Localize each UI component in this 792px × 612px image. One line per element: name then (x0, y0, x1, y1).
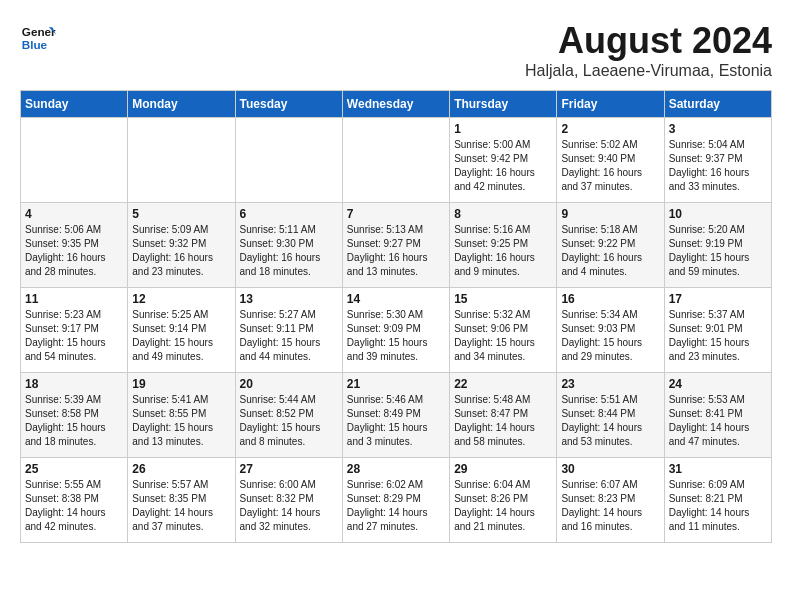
day-info: Sunrise: 5:32 AM Sunset: 9:06 PM Dayligh… (454, 308, 552, 364)
calendar-cell: 8Sunrise: 5:16 AM Sunset: 9:25 PM Daylig… (450, 203, 557, 288)
title-area: August 2024 Haljala, Laeaene-Virumaa, Es… (525, 20, 772, 80)
day-info: Sunrise: 5:44 AM Sunset: 8:52 PM Dayligh… (240, 393, 338, 449)
day-info: Sunrise: 5:39 AM Sunset: 8:58 PM Dayligh… (25, 393, 123, 449)
calendar-cell: 20Sunrise: 5:44 AM Sunset: 8:52 PM Dayli… (235, 373, 342, 458)
day-info: Sunrise: 5:46 AM Sunset: 8:49 PM Dayligh… (347, 393, 445, 449)
calendar-cell: 30Sunrise: 6:07 AM Sunset: 8:23 PM Dayli… (557, 458, 664, 543)
day-info: Sunrise: 5:57 AM Sunset: 8:35 PM Dayligh… (132, 478, 230, 534)
page-header: General Blue August 2024 Haljala, Laeaen… (20, 20, 772, 80)
day-info: Sunrise: 5:04 AM Sunset: 9:37 PM Dayligh… (669, 138, 767, 194)
day-info: Sunrise: 5:55 AM Sunset: 8:38 PM Dayligh… (25, 478, 123, 534)
day-info: Sunrise: 5:13 AM Sunset: 9:27 PM Dayligh… (347, 223, 445, 279)
calendar-cell: 17Sunrise: 5:37 AM Sunset: 9:01 PM Dayli… (664, 288, 771, 373)
calendar-cell: 6Sunrise: 5:11 AM Sunset: 9:30 PM Daylig… (235, 203, 342, 288)
day-info: Sunrise: 5:18 AM Sunset: 9:22 PM Dayligh… (561, 223, 659, 279)
day-number: 12 (132, 292, 230, 306)
day-info: Sunrise: 6:02 AM Sunset: 8:29 PM Dayligh… (347, 478, 445, 534)
calendar-cell (21, 118, 128, 203)
day-number: 25 (25, 462, 123, 476)
calendar-cell: 28Sunrise: 6:02 AM Sunset: 8:29 PM Dayli… (342, 458, 449, 543)
calendar-cell: 10Sunrise: 5:20 AM Sunset: 9:19 PM Dayli… (664, 203, 771, 288)
calendar-week-0: 1Sunrise: 5:00 AM Sunset: 9:42 PM Daylig… (21, 118, 772, 203)
day-info: Sunrise: 5:20 AM Sunset: 9:19 PM Dayligh… (669, 223, 767, 279)
calendar-cell: 12Sunrise: 5:25 AM Sunset: 9:14 PM Dayli… (128, 288, 235, 373)
day-number: 14 (347, 292, 445, 306)
day-number: 5 (132, 207, 230, 221)
day-info: Sunrise: 5:06 AM Sunset: 9:35 PM Dayligh… (25, 223, 123, 279)
day-number: 6 (240, 207, 338, 221)
day-info: Sunrise: 5:09 AM Sunset: 9:32 PM Dayligh… (132, 223, 230, 279)
day-number: 4 (25, 207, 123, 221)
day-info: Sunrise: 5:11 AM Sunset: 9:30 PM Dayligh… (240, 223, 338, 279)
day-info: Sunrise: 6:07 AM Sunset: 8:23 PM Dayligh… (561, 478, 659, 534)
day-info: Sunrise: 5:30 AM Sunset: 9:09 PM Dayligh… (347, 308, 445, 364)
svg-text:General: General (22, 25, 56, 38)
day-info: Sunrise: 6:09 AM Sunset: 8:21 PM Dayligh… (669, 478, 767, 534)
day-info: Sunrise: 5:02 AM Sunset: 9:40 PM Dayligh… (561, 138, 659, 194)
day-info: Sunrise: 5:51 AM Sunset: 8:44 PM Dayligh… (561, 393, 659, 449)
calendar-week-4: 25Sunrise: 5:55 AM Sunset: 8:38 PM Dayli… (21, 458, 772, 543)
day-number: 2 (561, 122, 659, 136)
day-number: 11 (25, 292, 123, 306)
calendar-cell: 22Sunrise: 5:48 AM Sunset: 8:47 PM Dayli… (450, 373, 557, 458)
day-number: 28 (347, 462, 445, 476)
day-number: 20 (240, 377, 338, 391)
day-info: Sunrise: 5:25 AM Sunset: 9:14 PM Dayligh… (132, 308, 230, 364)
calendar-cell: 14Sunrise: 5:30 AM Sunset: 9:09 PM Dayli… (342, 288, 449, 373)
calendar-cell (128, 118, 235, 203)
page-title: August 2024 (525, 20, 772, 62)
day-number: 18 (25, 377, 123, 391)
calendar-cell: 2Sunrise: 5:02 AM Sunset: 9:40 PM Daylig… (557, 118, 664, 203)
calendar-header: SundayMondayTuesdayWednesdayThursdayFrid… (21, 91, 772, 118)
header-day-tuesday: Tuesday (235, 91, 342, 118)
day-number: 10 (669, 207, 767, 221)
day-number: 21 (347, 377, 445, 391)
day-number: 15 (454, 292, 552, 306)
day-info: Sunrise: 6:04 AM Sunset: 8:26 PM Dayligh… (454, 478, 552, 534)
header-day-sunday: Sunday (21, 91, 128, 118)
calendar-cell (235, 118, 342, 203)
day-info: Sunrise: 5:16 AM Sunset: 9:25 PM Dayligh… (454, 223, 552, 279)
day-info: Sunrise: 5:23 AM Sunset: 9:17 PM Dayligh… (25, 308, 123, 364)
header-row: SundayMondayTuesdayWednesdayThursdayFrid… (21, 91, 772, 118)
day-info: Sunrise: 5:37 AM Sunset: 9:01 PM Dayligh… (669, 308, 767, 364)
calendar-cell: 29Sunrise: 6:04 AM Sunset: 8:26 PM Dayli… (450, 458, 557, 543)
day-info: Sunrise: 5:34 AM Sunset: 9:03 PM Dayligh… (561, 308, 659, 364)
logo: General Blue (20, 20, 56, 56)
calendar-cell: 19Sunrise: 5:41 AM Sunset: 8:55 PM Dayli… (128, 373, 235, 458)
calendar-cell: 13Sunrise: 5:27 AM Sunset: 9:11 PM Dayli… (235, 288, 342, 373)
calendar-cell: 15Sunrise: 5:32 AM Sunset: 9:06 PM Dayli… (450, 288, 557, 373)
header-day-wednesday: Wednesday (342, 91, 449, 118)
logo-icon: General Blue (20, 20, 56, 56)
day-number: 8 (454, 207, 552, 221)
calendar-cell: 16Sunrise: 5:34 AM Sunset: 9:03 PM Dayli… (557, 288, 664, 373)
day-number: 27 (240, 462, 338, 476)
calendar-cell: 18Sunrise: 5:39 AM Sunset: 8:58 PM Dayli… (21, 373, 128, 458)
day-number: 29 (454, 462, 552, 476)
calendar-cell: 3Sunrise: 5:04 AM Sunset: 9:37 PM Daylig… (664, 118, 771, 203)
day-number: 23 (561, 377, 659, 391)
day-info: Sunrise: 5:41 AM Sunset: 8:55 PM Dayligh… (132, 393, 230, 449)
calendar-cell: 31Sunrise: 6:09 AM Sunset: 8:21 PM Dayli… (664, 458, 771, 543)
calendar-cell: 23Sunrise: 5:51 AM Sunset: 8:44 PM Dayli… (557, 373, 664, 458)
header-day-saturday: Saturday (664, 91, 771, 118)
day-number: 9 (561, 207, 659, 221)
day-number: 30 (561, 462, 659, 476)
calendar-body: 1Sunrise: 5:00 AM Sunset: 9:42 PM Daylig… (21, 118, 772, 543)
calendar-cell: 1Sunrise: 5:00 AM Sunset: 9:42 PM Daylig… (450, 118, 557, 203)
day-number: 13 (240, 292, 338, 306)
calendar-cell: 26Sunrise: 5:57 AM Sunset: 8:35 PM Dayli… (128, 458, 235, 543)
day-info: Sunrise: 5:53 AM Sunset: 8:41 PM Dayligh… (669, 393, 767, 449)
calendar-cell: 7Sunrise: 5:13 AM Sunset: 9:27 PM Daylig… (342, 203, 449, 288)
svg-text:Blue: Blue (22, 38, 48, 51)
day-info: Sunrise: 5:48 AM Sunset: 8:47 PM Dayligh… (454, 393, 552, 449)
calendar-week-1: 4Sunrise: 5:06 AM Sunset: 9:35 PM Daylig… (21, 203, 772, 288)
calendar-week-2: 11Sunrise: 5:23 AM Sunset: 9:17 PM Dayli… (21, 288, 772, 373)
day-number: 1 (454, 122, 552, 136)
day-number: 7 (347, 207, 445, 221)
calendar-cell: 25Sunrise: 5:55 AM Sunset: 8:38 PM Dayli… (21, 458, 128, 543)
day-info: Sunrise: 5:00 AM Sunset: 9:42 PM Dayligh… (454, 138, 552, 194)
header-day-thursday: Thursday (450, 91, 557, 118)
page-subtitle: Haljala, Laeaene-Virumaa, Estonia (525, 62, 772, 80)
day-number: 31 (669, 462, 767, 476)
